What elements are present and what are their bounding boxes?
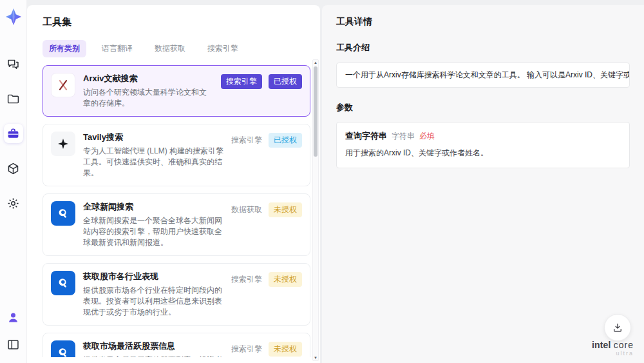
tool-intro-text: 一个用于从Arxiv存储库搜索科学论文和文章的工具。 输入可以是Arxiv ID… [336,63,630,88]
tool-name: 全球新闻搜索 [83,201,223,213]
detail-title: 工具详情 [336,16,630,28]
tool-name: Tavily搜索 [83,132,223,143]
brand-intel-text: intel [592,340,611,350]
tab-search-engine[interactable]: 搜索引擎 [201,40,245,57]
tool-name: 获取股市各行业表现 [83,271,223,282]
tool-list-panel: 工具集 所有类别 语言翻译 数据获取 搜索引擎 Arxiv文献搜索 访问各个研究… [27,5,320,363]
scroll-down-arrow[interactable]: ▼ [314,355,317,360]
auth-status-badge: 已授权 [269,74,302,89]
download-button[interactable] [604,314,631,341]
tool-card-list: Arxiv文献搜索 访问各个研究领域大量科学论文和文章的存储库。 搜索引擎 已授… [43,65,310,357]
category-badge: 搜索引擎 [221,74,262,89]
sidebar-item-account[interactable] [4,308,23,327]
param-description: 用于搜索的Arxiv ID、关键字或作者姓名。 [345,148,621,159]
tool-description: 全球新闻搜索是一个聚合全球各大新闻网站内容的搜索引擎，帮助用户快速获取全球最新资… [83,215,223,248]
auth-status-badge: 已授权 [269,133,302,148]
auth-status-badge: 未授权 [269,202,302,217]
category-label: 数据获取 [231,204,262,215]
tool-card-arxiv[interactable]: Arxiv文献搜索 访问各个研究领域大量科学论文和文章的存储库。 搜索引擎 已授… [43,65,310,117]
intro-heading: 工具介绍 [336,42,630,54]
list-scrollbar[interactable]: ▲ ▼ [312,59,319,361]
stock-search-blue-icon [51,271,75,295]
arxiv-logo-icon [51,73,75,97]
download-icon [612,322,623,333]
toolbox-icon [6,127,20,141]
chat-icon [6,57,20,71]
tool-name: 获取市场最活跃股票信息 [83,340,223,352]
page-title: 工具集 [43,16,320,28]
param-name: 查询字符串 [345,130,387,142]
category-label: 搜索引擎 [231,274,262,285]
category-label: 搜索引擎 [231,344,262,355]
scrollbar-thumb[interactable] [314,66,317,157]
auth-status-badge: 未授权 [269,272,302,287]
category-tabs: 所有类别 语言翻译 数据获取 搜索引擎 [43,40,320,57]
settings-gear-icon [6,197,20,210]
cube-icon [6,162,20,175]
avatar-icon [6,311,20,324]
param-type: 字符串 [392,131,415,142]
tool-card-sector-performance[interactable]: 获取股市各行业表现 提供股票市场各个行业在特定时间段内的表现。投资者可以利用这些… [43,263,310,326]
sidebar-collapse-toggle[interactable] [4,335,23,354]
tool-card-global-news[interactable]: 全球新闻搜索 全球新闻搜索是一个聚合全球各大新闻网站内容的搜索引擎，帮助用户快速… [43,193,310,256]
category-label: 搜索引擎 [231,135,262,146]
params-heading: 参数 [336,102,630,113]
tool-name: Arxiv文献搜索 [83,73,213,84]
scroll-up-arrow[interactable]: ▲ [314,60,317,65]
tavily-sparkle-icon [51,132,75,156]
folder-icon [6,92,20,106]
tool-description: 提供当天交易量最高的股票列表。投资者可以利用这些信息来识别流动性强的股票和潜在的… [83,355,223,357]
tool-card-tavily[interactable]: Tavily搜索 专为人工智能代理 (LLM) 构建的搜索引擎工具。可快速提供实… [43,124,310,186]
tool-description: 访问各个研究领域大量科学论文和文章的存储库。 [83,87,213,109]
news-search-blue-icon [51,201,75,226]
brand-sub-text: ultra [592,349,634,358]
sidebar-item-settings[interactable] [4,193,23,213]
param-required-flag: 必填 [419,131,435,142]
sidebar-item-models[interactable] [4,159,23,178]
sidebar-item-tools[interactable] [4,124,23,143]
brand-core-text: core [614,340,634,350]
panel-layout-icon [6,338,20,351]
sidebar-item-chat[interactable] [4,54,23,74]
auth-status-badge: 未授权 [269,342,302,357]
icon-rail [0,0,27,363]
parameter-card: 查询字符串 字符串 必填 用于搜索的Arxiv ID、关键字或作者姓名。 [336,122,630,168]
tool-detail-panel: 工具详情 工具介绍 一个用于从Arxiv存储库搜索科学论文和文章的工具。 输入可… [322,5,644,363]
tool-description: 提供股票市场各个行业在特定时间段内的表现。投资者可以利用这些信息来识别表现优于或… [83,285,223,318]
tab-all-categories[interactable]: 所有类别 [43,40,86,57]
app-window: 工具集 所有类别 语言翻译 数据获取 搜索引擎 Arxiv文献搜索 访问各个研究… [0,0,644,363]
intel-core-logo: intel core ultra [592,341,634,358]
tool-description: 专为人工智能代理 (LLM) 构建的搜索引擎工具。可快速提供实时、准确和真实的结… [83,146,223,179]
tool-card-active-stocks[interactable]: 获取市场最活跃股票信息 提供当天交易量最高的股票列表。投资者可以利用这些信息来识… [43,333,310,357]
stock-search-blue-icon [51,340,75,357]
app-logo-icon [5,8,22,26]
tab-translation[interactable]: 语言翻译 [95,40,139,57]
sidebar-item-files[interactable] [4,89,23,108]
tab-data-fetch[interactable]: 数据获取 [148,40,192,57]
